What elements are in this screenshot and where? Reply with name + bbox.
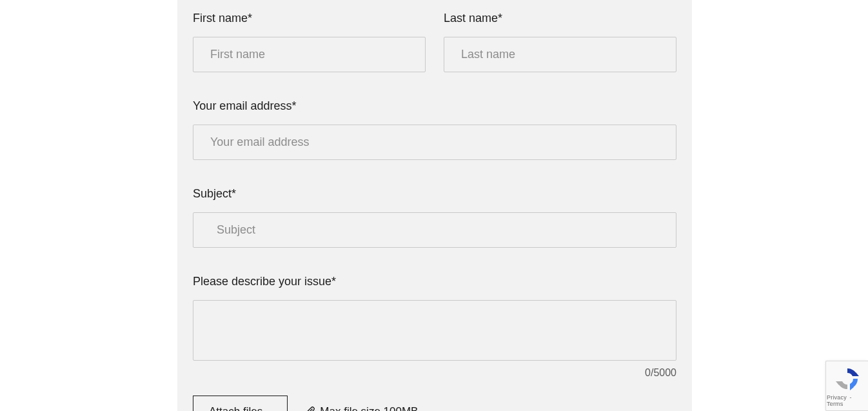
first-name-input[interactable]	[193, 37, 426, 72]
first-name-label: First name*	[193, 12, 426, 25]
attach-files-button[interactable]: Attach files...	[193, 396, 288, 411]
attach-row: Attach files... Max file size 100MB	[193, 396, 676, 411]
recaptcha-terms-link[interactable]: Terms	[827, 401, 843, 407]
last-name-input[interactable]	[444, 37, 676, 72]
issue-textarea[interactable]	[193, 300, 676, 361]
recaptcha-badge[interactable]: Privacy - Terms	[825, 361, 868, 411]
contact-form: First name* Last name* Your email addres…	[177, 0, 692, 411]
file-size-hint: Max file size 100MB	[306, 405, 418, 411]
last-name-label: Last name*	[444, 12, 676, 25]
email-label: Your email address*	[193, 99, 676, 113]
paperclip-icon	[306, 406, 316, 411]
recaptcha-privacy-link[interactable]: Privacy	[827, 394, 847, 401]
file-size-text: Max file size 100MB	[320, 405, 418, 411]
email-group: Your email address*	[193, 72, 676, 160]
name-row: First name* Last name*	[193, 0, 676, 72]
subject-label: Subject*	[193, 187, 676, 201]
subject-input[interactable]	[193, 212, 676, 248]
recaptcha-icon	[834, 366, 860, 392]
char-counter: 0/5000	[193, 367, 676, 379]
subject-group: Subject*	[193, 160, 676, 248]
last-name-group: Last name*	[444, 0, 676, 72]
first-name-group: First name*	[193, 0, 426, 72]
email-input[interactable]	[193, 125, 676, 160]
issue-label: Please describe your issue*	[193, 275, 676, 288]
issue-group: Please describe your issue* 0/5000	[193, 248, 676, 379]
recaptcha-links: Privacy - Terms	[826, 394, 868, 407]
